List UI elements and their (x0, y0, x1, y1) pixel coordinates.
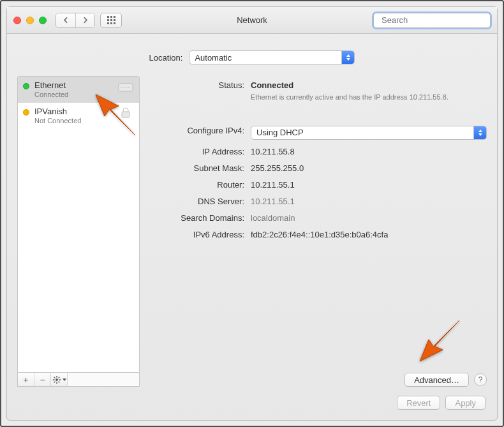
sidebar-footer: + − (18, 372, 139, 386)
status-value: Connected (251, 80, 487, 90)
row-configure: Configure IPv4: Using DHCP (149, 121, 487, 142)
minimize-icon[interactable] (26, 17, 34, 24)
status-dot-connected-icon (23, 83, 29, 89)
row-ip-address: IP Address: 10.211.55.8 (149, 142, 487, 159)
lock-icon (117, 107, 134, 119)
prefs-window: Network Location: Automatic (6, 6, 498, 421)
field-value: 10.211.55.1 (251, 178, 487, 190)
apply-button[interactable]: Apply (445, 396, 485, 410)
status-value-block: Connected Ethernet is currently active a… (251, 79, 487, 102)
svg-line-9 (54, 377, 55, 378)
search-input[interactable] (380, 15, 490, 26)
search-field[interactable] (373, 13, 491, 28)
status-label: Status: (149, 79, 251, 90)
field-label: IP Address: (149, 145, 251, 156)
zoom-icon[interactable] (39, 17, 47, 24)
detail-footer: Advanced… ? (149, 366, 487, 387)
field-value: 10.211.55.1 (251, 195, 487, 206)
service-sidebar: Ethernet Connected IPVanish Not C (17, 76, 140, 387)
add-service-button[interactable]: + (18, 373, 34, 386)
popup-stepper-icon (473, 126, 486, 139)
row-router: Router: 10.211.55.1 (149, 176, 487, 192)
gear-icon (52, 375, 61, 384)
popup-stepper-icon (341, 51, 354, 64)
field-value: localdomain (251, 211, 487, 223)
forward-button[interactable] (75, 13, 94, 27)
service-name: IPVanish (34, 107, 112, 116)
service-text: Ethernet Connected (34, 80, 112, 98)
location-row: Location: Automatic (17, 43, 487, 76)
location-value: Automatic (195, 53, 232, 63)
field-label: Router: (149, 178, 251, 190)
titlebar: Network (7, 7, 497, 34)
field-label: DNS Server: (149, 195, 251, 206)
detail-rows: Status: Connected Ethernet is currently … (149, 76, 487, 242)
service-item-ipvanish[interactable]: IPVanish Not Connected (18, 103, 139, 129)
status-dot-notconnected-icon (23, 109, 29, 116)
service-text: IPVanish Not Connected (34, 107, 112, 124)
configure-ipv4-popup[interactable]: Using DHCP (251, 126, 487, 140)
close-icon[interactable] (13, 17, 21, 24)
window-buttons: Revert Apply (17, 387, 487, 410)
row-search-domains: Search Domains: localdomain (149, 209, 487, 225)
row-ipv6-address: IPv6 Address: fdb2:2c26:f4e4::10e1:d35e:… (149, 225, 487, 242)
configure-value-wrap: Using DHCP (251, 124, 487, 140)
advanced-button[interactable]: Advanced… (404, 373, 469, 387)
help-button[interactable]: ? (474, 373, 487, 386)
screenshot-frame: Network Location: Automatic (0, 0, 504, 427)
service-list: Ethernet Connected IPVanish Not C (18, 77, 139, 372)
service-actions-button[interactable] (51, 373, 68, 386)
window-controls (13, 17, 47, 24)
field-value: 10.211.55.8 (251, 145, 487, 156)
nav-segment (56, 13, 95, 28)
panes: Ethernet Connected IPVanish Not C (17, 76, 487, 387)
svg-line-11 (54, 381, 55, 382)
row-subnet-mask: Subnet Mask: 255.255.255.0 (149, 159, 487, 176)
detail-pane: Status: Connected Ethernet is currently … (149, 76, 487, 387)
show-all-button[interactable] (100, 13, 122, 28)
back-button[interactable] (56, 13, 75, 27)
service-sub: Connected (34, 91, 112, 98)
grid-icon (107, 16, 115, 24)
row-status: Status: Connected Ethernet is currently … (149, 76, 487, 105)
configure-value: Using DHCP (256, 128, 304, 137)
svg-line-12 (58, 377, 59, 378)
location-popup[interactable]: Automatic (189, 50, 355, 64)
remove-service-button[interactable]: − (34, 373, 51, 386)
field-value: 255.255.255.0 (251, 161, 487, 173)
chevron-down-icon (63, 378, 66, 381)
service-name: Ethernet (34, 80, 112, 90)
ethernet-icon (117, 80, 134, 93)
field-label: IPv6 Address: (149, 228, 251, 239)
configure-label: Configure IPv4: (149, 124, 251, 135)
chevron-left-icon (62, 16, 70, 24)
row-dns-server: DNS Server: 10.211.55.1 (149, 192, 487, 209)
field-label: Subnet Mask: (149, 161, 251, 173)
field-label: Search Domains: (149, 211, 251, 223)
location-label: Location: (149, 53, 183, 63)
field-value: fdb2:2c26:f4e4::10e1:d35e:b0a6:4cfa (251, 228, 487, 239)
status-note: Ethernet is currently active and has the… (251, 93, 455, 102)
service-item-ethernet[interactable]: Ethernet Connected (18, 77, 139, 103)
service-sub: Not Connected (34, 117, 112, 124)
revert-button[interactable]: Revert (397, 396, 440, 410)
svg-point-4 (56, 378, 58, 381)
svg-rect-3 (122, 112, 130, 117)
content-area: Location: Automatic Ethernet Connected (7, 34, 497, 420)
chevron-right-icon (81, 16, 89, 24)
svg-line-10 (58, 381, 59, 382)
